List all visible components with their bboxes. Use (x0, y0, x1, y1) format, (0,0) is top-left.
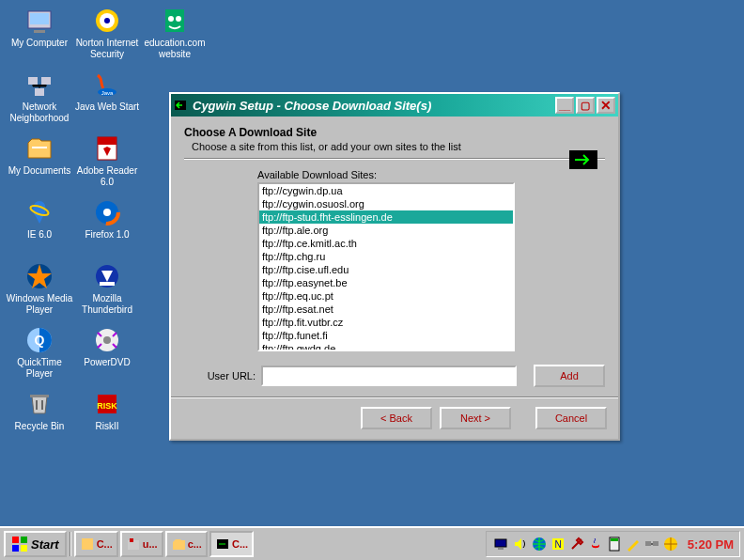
svg-rect-30 (41, 400, 43, 410)
icon-label: PowerDVD (73, 357, 141, 368)
svg-rect-10 (41, 77, 51, 85)
svg-text:N: N (554, 539, 561, 550)
svg-text:Java: Java (101, 90, 114, 96)
back-button[interactable]: < Back (361, 407, 432, 429)
app-icon (92, 197, 122, 227)
separator (184, 158, 605, 160)
desktop-icon[interactable]: Norton Internet Security (73, 6, 141, 60)
desktop-icon[interactable]: PowerDVD (73, 325, 141, 368)
site-option[interactable]: ftp://cygwin.dp.ua (259, 184, 513, 197)
user-url-input[interactable] (261, 366, 517, 386)
taskbar-app-button[interactable]: C... (74, 531, 118, 557)
icon-label: My Computer (6, 38, 73, 49)
desktop-icon[interactable]: Network Neighborhood (6, 70, 73, 124)
desktop-icon[interactable]: Mozilla Thunderbird (73, 261, 141, 316)
download-sites-list[interactable]: ftp://cygwin.dp.uaftp://cygwin.osuosl.or… (257, 182, 515, 351)
svg-text:RISK: RISK (97, 401, 117, 411)
tray-antivirus-icon[interactable]: N (550, 537, 566, 552)
site-option[interactable]: ftp://ftp.eq.uc.pt (259, 289, 513, 303)
svg-rect-11 (35, 88, 44, 96)
site-option[interactable]: ftp://ftp.ce.kmitl.ac.th (259, 237, 513, 250)
desktop-icon[interactable]: Windows Media Player (6, 261, 73, 316)
dialog-body: Choose A Download Site Choose a site fro… (171, 117, 618, 397)
taskbar-app-label: u... (143, 538, 158, 550)
system-tray: N 5:20 PM (486, 531, 740, 557)
svg-point-20 (103, 209, 111, 216)
maximize-button[interactable]: ▢ (576, 97, 595, 114)
svg-point-8 (176, 16, 181, 22)
tray-display-icon[interactable] (494, 537, 509, 552)
desktop-icon[interactable]: Firefox 1.0 (73, 197, 141, 241)
taskbar-clock[interactable]: 5:20 PM (688, 537, 734, 552)
minimize-button[interactable]: __ (555, 97, 574, 114)
svg-rect-51 (653, 541, 659, 546)
icon-label: Adobe Reader 6.0 (73, 165, 141, 188)
site-option[interactable]: ftp://ftp.fit.vutbr.cz (259, 316, 513, 329)
tray-tool-icon[interactable] (569, 537, 584, 552)
tray-network-icon[interactable] (644, 537, 659, 552)
site-option[interactable]: ftp://ftp.gwdg.de (259, 342, 513, 351)
start-label: Start (31, 537, 59, 552)
svg-point-5 (104, 18, 110, 23)
start-button[interactable]: Start (4, 531, 67, 557)
desktop-icon[interactable]: Adobe Reader 6.0 (73, 133, 141, 188)
site-option[interactable]: ftp://ftp.ale.org (259, 224, 513, 237)
desktop-icon[interactable]: QQuickTime Player (6, 325, 73, 380)
svg-point-7 (168, 16, 174, 22)
site-option[interactable]: ftp://ftp-stud.fht-esslingen.de (259, 210, 513, 224)
add-button[interactable]: Add (534, 365, 605, 387)
app-icon (24, 70, 54, 100)
dialog-footer: < Back Next > Cancel (171, 397, 618, 439)
svg-text:Q: Q (35, 333, 45, 348)
svg-rect-28 (30, 395, 49, 397)
taskbar-app-button[interactable]: u... (120, 531, 163, 557)
svg-rect-37 (12, 545, 19, 552)
site-option[interactable]: ftp://ftp.esat.net (259, 303, 513, 316)
cancel-button[interactable]: Cancel (535, 407, 607, 429)
svg-rect-29 (36, 400, 38, 410)
svg-point-27 (103, 336, 111, 344)
close-button[interactable]: ✕ (597, 97, 615, 114)
desktop-icon[interactable]: education.com website (141, 6, 209, 60)
svg-rect-14 (32, 147, 47, 148)
desktop-icon[interactable]: IE 6.0 (6, 197, 73, 241)
site-option[interactable]: ftp://ftp.cise.ufl.edu (259, 263, 513, 276)
svg-rect-44 (498, 548, 504, 550)
site-option[interactable]: ftp://ftp.easynet.be (259, 276, 513, 289)
tray-calc-icon[interactable] (607, 537, 622, 552)
site-option[interactable]: ftp://cygwin.osuosl.org (259, 197, 513, 210)
taskbar-app-button[interactable]: C... (209, 531, 254, 557)
desktop-icon[interactable]: My Documents (6, 133, 73, 177)
titlebar[interactable]: Cygwin Setup - Choose Download Site(s) _… (171, 94, 618, 117)
app-icon (92, 133, 122, 163)
app-icon: RISK (92, 389, 122, 419)
taskbar-app-label: c... (188, 538, 202, 550)
svg-rect-41 (130, 538, 133, 542)
tray-globe2-icon[interactable] (663, 537, 678, 552)
taskbar-app-button[interactable]: c... (165, 531, 208, 557)
svg-rect-16 (98, 137, 116, 145)
icon-label: Network Neighborhood (6, 101, 73, 124)
svg-rect-49 (611, 538, 618, 541)
taskbar-app-label: C... (97, 538, 113, 550)
app-icon: Java (92, 70, 122, 100)
desktop-icon[interactable]: RISKRiskII (73, 389, 141, 432)
svg-rect-39 (82, 538, 93, 550)
icon-label: IE 6.0 (6, 229, 73, 241)
app-icon (24, 389, 54, 419)
icon-label: Firefox 1.0 (73, 229, 141, 241)
icon-label: Mozilla Thunderbird (73, 293, 141, 316)
desktop-icon[interactable]: My Computer (6, 6, 73, 49)
svg-rect-50 (645, 541, 651, 546)
next-button[interactable]: Next > (440, 407, 511, 429)
tray-volume-icon[interactable] (513, 537, 528, 552)
site-option[interactable]: ftp://ftp.chg.ru (259, 250, 513, 263)
tray-globe-icon[interactable] (532, 537, 547, 552)
icon-label: Java Web Start (73, 101, 141, 113)
tray-pen-icon[interactable] (626, 537, 641, 552)
desktop-icon[interactable]: Recycle Bin (6, 389, 73, 432)
site-option[interactable]: ftp://ftp.funet.fi (259, 329, 513, 342)
desktop-icon[interactable]: JavaJava Web Start (73, 70, 141, 113)
cygwin-icon (174, 98, 189, 113)
tray-java-icon[interactable] (588, 537, 603, 552)
